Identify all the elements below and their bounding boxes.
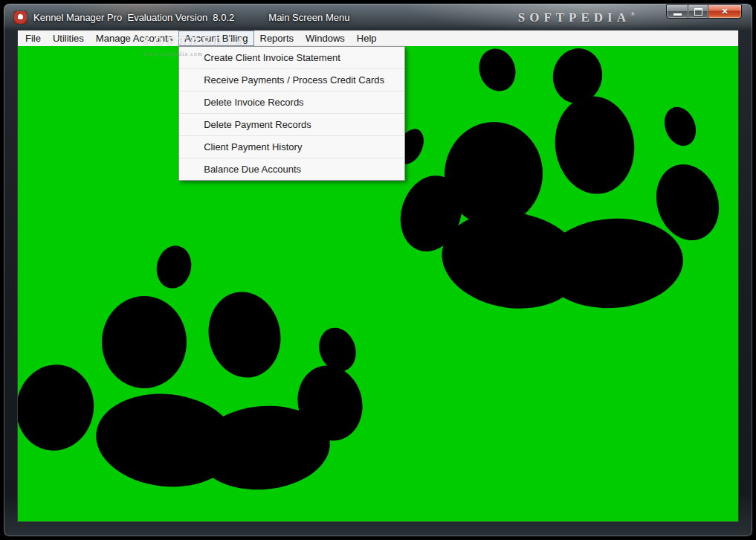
- menu-item-create-client-invoice-statement[interactable]: Create Client Invoice Statement: [179, 47, 404, 69]
- menu-reports[interactable]: Reports: [254, 30, 300, 46]
- menu-item-delete-payment-records[interactable]: Delete Payment Records: [179, 114, 404, 136]
- window-title: Kennel Manager Pro Evaluation Version 8.…: [33, 12, 234, 23]
- minimize-icon: [673, 13, 682, 16]
- app-window: Kennel Manager Pro Evaluation Version 8.…: [4, 4, 752, 536]
- menu-item-receive-payments-process-credit-cards[interactable]: Receive Payments / Process Credit Cards: [179, 69, 404, 91]
- screen: { "window": { "title_left": "Kennel Mana…: [0, 0, 756, 540]
- menu-item-balance-due-accounts[interactable]: Balance Due Accounts: [179, 158, 404, 180]
- titlebar[interactable]: Kennel Manager Pro Evaluation Version 8.…: [4, 4, 752, 30]
- menu-item-delete-invoice-records[interactable]: Delete Invoice Records: [179, 91, 404, 114]
- minimize-button[interactable]: [666, 4, 688, 19]
- menu-help[interactable]: Help: [351, 30, 383, 46]
- app-icon: [14, 11, 27, 24]
- menu-utilities[interactable]: Utilities: [47, 30, 90, 46]
- maximize-button[interactable]: [688, 4, 708, 19]
- registered-mark: ®: [630, 11, 635, 18]
- close-icon: ✕: [721, 7, 728, 16]
- maximize-icon: [694, 8, 702, 16]
- menubar: File Utilities Manage Accounts Account B…: [18, 30, 738, 46]
- menu-account-billing[interactable]: Account Billing Create Client Invoice St…: [178, 30, 253, 46]
- menu-file[interactable]: File: [19, 30, 47, 46]
- window-controls: ✕: [667, 4, 742, 19]
- close-button[interactable]: ✕: [708, 4, 742, 19]
- account-billing-dropdown: Create Client Invoice Statement Receive …: [178, 46, 405, 181]
- watermark-title-text: SOFTPEDIA: [518, 10, 630, 25]
- menu-account-billing-label: Account Billing: [184, 33, 248, 44]
- window-subtitle: Main Screen Menu: [268, 12, 349, 23]
- menu-windows[interactable]: Windows: [300, 30, 351, 46]
- softpedia-watermark-titlebar: SOFTPEDIA®: [518, 10, 635, 25]
- client-area: File Utilities Manage Accounts Account B…: [18, 30, 738, 521]
- menu-manage-accounts[interactable]: Manage Accounts: [90, 30, 178, 46]
- menu-item-client-payment-history[interactable]: Client Payment History: [179, 136, 404, 158]
